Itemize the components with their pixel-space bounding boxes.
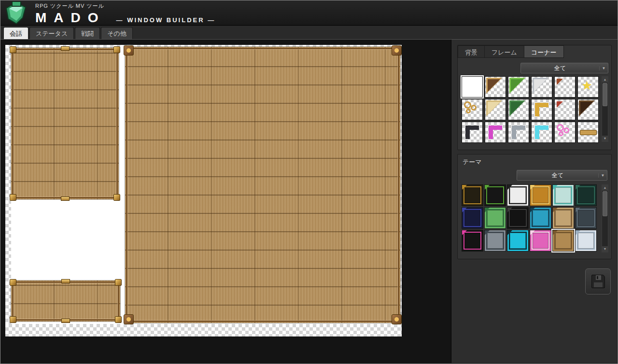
asset-tab-corner[interactable]: コーナー [524, 45, 564, 58]
scroll-up-icon[interactable]: ▲ [602, 77, 608, 83]
gold-edge-clip [61, 196, 70, 201]
app-title: MADO [35, 10, 106, 26]
corner-item-wood-brown[interactable] [485, 76, 506, 98]
asset-tab-haikei[interactable]: 背景 [458, 45, 485, 58]
scroll-up-icon[interactable]: ▲ [602, 185, 608, 191]
gold-edge-clip [61, 279, 70, 283]
scroll-down-icon[interactable]: ▼ [602, 246, 608, 252]
corner-asset-panel: 背景フレームコーナー 全て ▼ ★ ▲ ▼ [457, 45, 612, 150]
window-preview-canvas[interactable] [5, 45, 402, 336]
corner-item-dark-green[interactable] [508, 99, 529, 120]
theme-item-black-plant[interactable] [484, 184, 506, 206]
theme-item-slate[interactable] [575, 207, 597, 229]
theme-item-cyan-grid[interactable] [507, 230, 529, 252]
content-area: 背景フレームコーナー 全て ▼ ★ ▲ ▼ テーマ 全て ▼ [1, 40, 617, 363]
theme-item-green[interactable] [484, 207, 506, 229]
gold-corner-clip [10, 46, 16, 53]
theme-item-steel[interactable] [484, 230, 506, 252]
corner-item-white-paper[interactable] [531, 76, 552, 98]
main-tab-sonota[interactable]: その他 [101, 27, 133, 39]
theme-item-wood[interactable] [552, 230, 574, 252]
theme-item-teal-star[interactable] [552, 184, 574, 206]
scroll-down-icon[interactable]: ▼ [602, 136, 608, 141]
scrollbar-thumb[interactable] [603, 191, 607, 216]
gold-corner-clip [113, 46, 120, 53]
theme-item-pale-blue[interactable] [575, 230, 597, 252]
gold-corner-clip [115, 316, 122, 323]
theme-filter-value: 全て [517, 171, 598, 180]
theme-item-pink[interactable] [530, 230, 551, 252]
chevron-down-icon: ▼ [599, 66, 608, 70]
app-header: RPG ツクール MV ツール MADO — WINDOW BUILDER — [0, 0, 618, 26]
theme-item-orange-gold[interactable] [530, 184, 551, 206]
gold-corner-clip [10, 316, 16, 323]
app-subtitle: RPG ツクール MV ツール [35, 2, 215, 10]
corner-item-magenta-corner[interactable] [485, 122, 506, 143]
corner-filter-value: 全て [521, 64, 599, 72]
theme-item-navy[interactable] [462, 207, 483, 229]
theme-item-dark-teal[interactable] [575, 184, 597, 206]
window-panel-bottom-left[interactable] [11, 280, 120, 322]
main-tab-bar: 会話ステータス戦闘その他 [0, 26, 618, 40]
corner-item-steel-bracket[interactable] [508, 122, 529, 143]
asset-tab-bar: 背景フレームコーナー [458, 45, 564, 58]
corner-item-gold-bar[interactable] [577, 122, 599, 143]
wood-corner-piece [392, 45, 402, 56]
main-tab-sentou[interactable]: 戦闘 [75, 27, 100, 39]
theme-grid [462, 184, 599, 252]
save-button[interactable] [585, 268, 611, 294]
window-panel-top-left[interactable] [11, 48, 119, 199]
gold-corner-clip [113, 194, 120, 201]
app-tagline: — WINDOW BUILDER — [116, 16, 216, 24]
gold-corner-clip [10, 279, 16, 286]
wood-corner-piece [392, 314, 402, 324]
corner-item-red-clip[interactable] [554, 76, 576, 98]
transparency-checker [5, 324, 402, 336]
theme-item-black-dot[interactable] [507, 207, 529, 229]
corner-item-cyan-bracket[interactable] [531, 122, 552, 143]
theme-filter-dropdown[interactable]: 全て ▼ [517, 170, 607, 181]
corner-item-green-leaf[interactable] [508, 76, 529, 98]
corner-item-pink-ornate[interactable] [554, 122, 576, 143]
theme-item-white-black[interactable] [507, 184, 529, 206]
theme-panel-label: テーマ [463, 158, 482, 167]
right-sidebar: 背景フレームコーナー 全て ▼ ★ ▲ ▼ テーマ 全て ▼ [451, 40, 617, 363]
gold-edge-clip [61, 319, 70, 323]
chevron-down-icon: ▼ [598, 173, 607, 178]
corner-item-gold-scroll[interactable] [462, 99, 483, 120]
corner-grid: ★ [462, 76, 601, 143]
corner-item-pale-yellow[interactable] [485, 99, 506, 120]
corner-item-gold-star[interactable]: ★ [577, 76, 599, 98]
scrollbar-thumb[interactable] [603, 83, 607, 106]
corner-item-red-arrow[interactable] [554, 99, 576, 120]
theme-item-tan[interactable] [552, 207, 574, 229]
theme-item-dark-gold[interactable] [462, 184, 483, 206]
main-tab-kaiwa[interactable]: 会話 [3, 27, 28, 39]
theme-item-cyan-deep[interactable] [530, 207, 551, 229]
wood-corner-piece [124, 314, 134, 324]
mado-window-builder-app: RPG ツクール MV ツール MADO — WINDOW BUILDER — … [0, 0, 618, 364]
floppy-disk-icon [591, 275, 605, 288]
theme-panel: テーマ 全て ▼ ▲ ▼ [457, 154, 612, 259]
corner-item-blank[interactable] [462, 76, 483, 98]
corner-filter-dropdown[interactable]: 全て ▼ [520, 63, 608, 73]
window-panel-large[interactable] [125, 47, 400, 323]
gold-edge-clip [61, 46, 70, 51]
mado-gem-logo-icon [3, 1, 29, 25]
gold-corner-clip [10, 194, 16, 201]
transparency-checker [400, 45, 402, 336]
gold-corner-clip [115, 279, 122, 286]
main-tab-status[interactable]: ステータス [29, 27, 74, 39]
wood-corner-piece [124, 45, 134, 56]
corner-item-dark-brown[interactable] [577, 99, 599, 120]
corner-scrollbar[interactable]: ▲ ▼ [602, 76, 608, 142]
corner-item-black-corner[interactable] [462, 122, 483, 143]
app-titles: RPG ツクール MV ツール MADO — WINDOW BUILDER — [35, 2, 215, 26]
theme-item-black-pink[interactable] [462, 230, 483, 252]
transparency-checker [5, 45, 11, 336]
asset-tab-frame[interactable]: フレーム [485, 45, 524, 58]
theme-scrollbar[interactable]: ▲ ▼ [602, 184, 608, 252]
corner-item-gold-bracket[interactable] [531, 99, 552, 120]
